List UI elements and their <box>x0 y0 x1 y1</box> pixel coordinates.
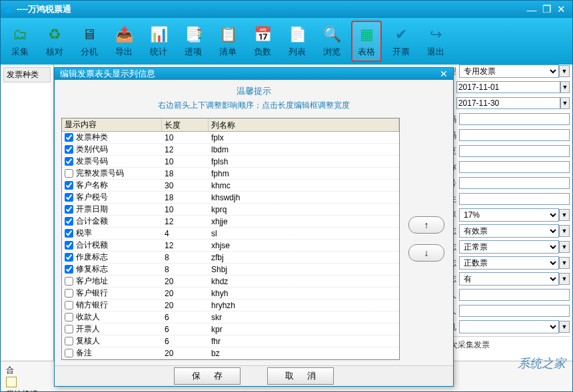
column-visible-checkbox[interactable] <box>65 265 73 274</box>
grid-row[interactable]: 税率4sl <box>62 228 399 240</box>
grid-row[interactable]: 完整发票号码18fphm <box>62 168 399 180</box>
column-length[interactable]: 20 <box>162 289 209 298</box>
column-visible-checkbox[interactable] <box>65 181 73 190</box>
column-visible-checkbox[interactable] <box>65 241 73 250</box>
column-length[interactable]: 20 <box>162 301 209 310</box>
dialog-mask: 编辑发票表头显示列信息 ✕ 温馨提示 右边箭头上下调整影响顺序；点击长度编辑框调… <box>1 1 572 391</box>
grid-row[interactable]: 合计税额12xhjse <box>62 240 399 252</box>
column-length[interactable]: 6 <box>162 337 209 346</box>
column-editor-dialog: 编辑发票表头显示列信息 ✕ 温馨提示 右边箭头上下调整影响顺序；点击长度编辑框调… <box>54 67 454 387</box>
column-length[interactable]: 10 <box>162 157 209 166</box>
grid-row[interactable]: 开票日期10kprq <box>62 204 399 216</box>
column-length[interactable]: 6 <box>162 325 209 334</box>
column-display-name: 完整发票号码 <box>76 168 124 179</box>
column-field-name: bz <box>209 349 399 358</box>
grid-row[interactable]: 客户银行20khyh <box>62 288 399 299</box>
column-length[interactable]: 18 <box>162 193 209 202</box>
column-display-name: 发票号码 <box>76 156 108 167</box>
grid-row[interactable]: 客户税号18khswdjh <box>62 192 399 204</box>
grid-row[interactable]: 合计金额12xhjje <box>62 216 399 228</box>
dialog-button-bar: 保 存 取 消 <box>55 365 453 386</box>
grid-row[interactable]: 客户地址20khdz <box>62 276 399 288</box>
column-field-name: sl <box>209 229 399 238</box>
column-visible-checkbox[interactable] <box>65 145 73 154</box>
column-field-name: xhjje <box>209 217 399 226</box>
column-visible-checkbox[interactable] <box>65 277 73 286</box>
column-length[interactable]: 20 <box>162 277 209 286</box>
dialog-close-button[interactable]: ✕ <box>440 69 448 79</box>
save-button[interactable]: 保 存 <box>174 367 241 385</box>
grid-row[interactable]: 复核人6fhr <box>62 335 399 347</box>
grid-row[interactable]: 发票种类10fplx <box>62 132 399 144</box>
grid-row[interactable]: 作废标志8zfbj <box>62 252 399 264</box>
column-field-name: hryhzh <box>209 301 399 310</box>
grid-row[interactable]: 修复标志8Shbj <box>62 264 399 276</box>
column-display-name: 发票种类 <box>76 132 108 143</box>
grid-row[interactable]: 客户名称30khmc <box>62 180 399 192</box>
column-field-name: lbdm <box>209 145 399 154</box>
column-length[interactable]: 4 <box>162 229 209 238</box>
column-field-name: xhjse <box>209 241 399 250</box>
column-field-name: skr <box>209 313 399 322</box>
column-visible-checkbox[interactable] <box>65 337 73 345</box>
grid-header-length: 长度 <box>162 118 209 131</box>
column-length[interactable]: 10 <box>162 133 209 142</box>
grid-row[interactable]: 销方银行20hryhzh <box>62 299 399 311</box>
column-display-name: 类别代码 <box>76 144 108 155</box>
column-length[interactable]: 8 <box>162 253 209 262</box>
column-length[interactable]: 12 <box>162 241 209 250</box>
dialog-titlebar: 编辑发票表头显示列信息 ✕ <box>55 68 453 80</box>
column-length[interactable]: 30 <box>162 181 209 190</box>
grid-body[interactable]: 发票种类10fplx类别代码12lbdm发票号码10fplsh完整发票号码18f… <box>62 132 399 359</box>
column-length[interactable]: 18 <box>162 169 209 178</box>
column-length[interactable]: 12 <box>162 145 209 154</box>
column-display-name: 备注 <box>76 347 92 359</box>
column-display-name: 税率 <box>76 228 92 239</box>
cancel-button[interactable]: 取 消 <box>267 367 334 385</box>
grid-row[interactable]: 备注20bz <box>62 347 399 359</box>
column-length[interactable]: 10 <box>162 205 209 214</box>
column-visible-checkbox[interactable] <box>65 229 73 238</box>
column-display-name: 复核人 <box>76 335 100 347</box>
column-field-name: fhr <box>209 337 399 346</box>
move-up-button[interactable]: ↑ <box>408 216 444 234</box>
columns-grid: 显示内容 长度 列名称 发票种类10fplx类别代码12lbdm发票号码10fp… <box>61 118 400 360</box>
column-visible-checkbox[interactable] <box>65 133 73 142</box>
column-display-name: 客户税号 <box>76 192 108 203</box>
column-display-name: 作废标志 <box>76 252 108 263</box>
column-length[interactable]: 8 <box>162 265 209 274</box>
column-length[interactable]: 12 <box>162 217 209 226</box>
column-length[interactable]: 20 <box>162 349 209 358</box>
column-field-name: khmc <box>209 181 399 190</box>
column-field-name: fplx <box>209 133 399 142</box>
grid-row[interactable]: 开票人6kpr <box>62 323 399 335</box>
column-field-name: kpr <box>209 325 399 334</box>
grid-header-colname: 列名称 <box>209 118 399 131</box>
column-field-name: fphm <box>209 169 399 178</box>
column-field-name: khswdjh <box>209 193 399 202</box>
column-visible-checkbox[interactable] <box>65 169 73 178</box>
grid-row[interactable]: 发票号码10fplsh <box>62 156 399 168</box>
dialog-hint-title: 温馨提示 <box>55 80 453 100</box>
grid-row[interactable]: 类别代码12lbdm <box>62 144 399 156</box>
column-visible-checkbox[interactable] <box>65 325 73 333</box>
column-visible-checkbox[interactable] <box>65 217 73 226</box>
column-field-name: khyh <box>209 289 399 298</box>
column-field-name: kprq <box>209 205 399 214</box>
dialog-title: 编辑发票表头显示列信息 <box>60 68 440 80</box>
column-length[interactable]: 6 <box>162 313 209 322</box>
column-visible-checkbox[interactable] <box>65 289 73 297</box>
column-display-name: 开票日期 <box>76 204 108 215</box>
column-field-name: zfbj <box>209 253 399 262</box>
column-visible-checkbox[interactable] <box>65 157 73 166</box>
column-visible-checkbox[interactable] <box>65 313 73 321</box>
column-visible-checkbox[interactable] <box>65 349 73 357</box>
grid-header-content: 显示内容 <box>62 118 162 131</box>
grid-row[interactable]: 收款人6skr <box>62 311 399 323</box>
move-down-button[interactable]: ↓ <box>408 244 444 262</box>
column-visible-checkbox[interactable] <box>65 193 73 202</box>
dialog-hint-text: 右边箭头上下调整影响顺序；点击长度编辑框调整宽度 <box>55 100 453 118</box>
column-visible-checkbox[interactable] <box>65 253 73 262</box>
column-visible-checkbox[interactable] <box>65 205 73 214</box>
column-visible-checkbox[interactable] <box>65 301 73 309</box>
